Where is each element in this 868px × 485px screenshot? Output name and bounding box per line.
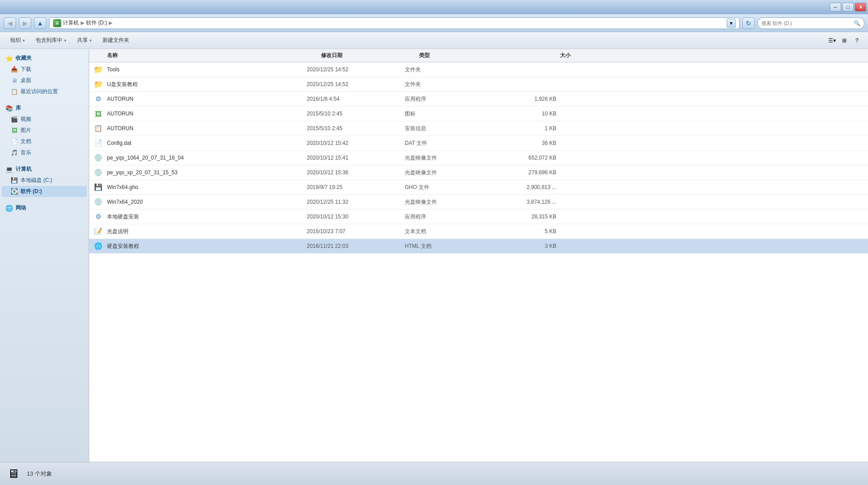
table-row[interactable]: 📝 光盘说明 2016/10/23 7:07 文本文档 5 KB [89,224,868,239]
table-row[interactable]: 💾 Win7x64.gho 2019/9/7 19:25 GHO 文件 2,90… [89,180,868,195]
sidebar-item-download-label: 下载 [21,66,31,73]
file-size: 1 KB [494,125,565,132]
computer-icon: 💻 [5,166,13,173]
file-area: 名称 修改日期 类型 大小 📁 Tools 2020/12/25 14:52 文… [89,49,868,462]
breadcrumb-drive[interactable]: 软件 (D:) [86,19,107,27]
file-name: 本地硬盘安装 [107,213,307,221]
sidebar-item-image[interactable]: 🖼 图片 [2,125,87,136]
path-sep-2: ▶ [109,20,112,26]
table-row[interactable]: 💿 pe_yqs_xp_20_07_31_15_53 2020/10/12 15… [89,165,868,180]
maximize-button[interactable]: □ [842,3,854,12]
statusbar-count: 13 个对象 [27,470,52,478]
network-icon: 🌐 [5,205,13,212]
file-icon: ⚙ [93,211,103,222]
sidebar-item-image-label: 图片 [21,127,31,134]
share-button[interactable]: 共享 ▾ [72,34,97,47]
col-header-type[interactable]: 类型 [419,52,508,59]
sidebar-item-doc[interactable]: 📄 文档 [2,136,87,147]
drive-c-icon: 💾 [11,177,18,184]
file-type: GHO 文件 [405,184,494,191]
desktop-icon: 🖥 [11,77,18,84]
file-name: 硬盘安装教程 [107,242,307,250]
titlebar: ─ □ ✕ [0,0,868,14]
file-type: 文本文档 [405,228,494,235]
table-row[interactable]: 📄 Config.dat 2020/10/12 15:42 DAT 文件 36 … [89,136,868,151]
sidebar-library-header[interactable]: 📚 库 [2,103,87,114]
file-icon: 📝 [93,226,103,237]
refresh-button[interactable]: ↻ [742,17,755,29]
file-size: 2,900,813 ... [494,184,565,190]
file-icon: 🖼 [93,108,103,119]
sidebar-item-desktop[interactable]: 🖥 桌面 [2,75,87,86]
sidebar-favorites-header[interactable]: ⭐ 收藏夹 [2,53,87,64]
minimize-button[interactable]: ─ [830,3,841,12]
path-sep-1: ▶ [81,20,84,26]
table-row[interactable]: 📁 U盘安装教程 2020/12/25 14:52 文件夹 [89,77,868,92]
table-row[interactable]: 💿 pe_yqs_1064_20_07_31_16_04 2020/10/12 … [89,151,868,165]
sidebar-item-drive-c[interactable]: 💾 本地磁盘 (C:) [2,175,87,186]
file-icon: 📋 [93,123,103,134]
table-row[interactable]: ⚙ AUTORUN 2016/1/8 4:54 应用程序 1,926 KB [89,92,868,107]
file-name: Tools [107,66,307,73]
file-date: 2020/12/25 14:52 [307,66,405,73]
up-button[interactable]: ▲ [34,17,46,29]
sidebar-item-music-label: 音乐 [21,149,31,156]
col-header-name[interactable]: 名称 [107,52,321,59]
library-label: 库 [16,104,21,112]
music-icon: 🎵 [11,149,18,156]
preview-pane-button[interactable]: ⊞ [839,35,850,46]
breadcrumb-computer[interactable]: 计算机 [63,19,79,27]
file-icon: 🌐 [93,241,103,251]
file-name: AUTORUN [107,125,307,132]
drive-d-icon: 💽 [11,188,18,195]
sidebar-item-music[interactable]: 🎵 音乐 [2,147,87,158]
file-name: Win7x64.gho [107,184,307,190]
file-name: pe_yqs_1064_20_07_31_16_04 [107,155,307,161]
computer-label: 计算机 [16,165,32,173]
sidebar-item-video-label: 视频 [21,115,31,123]
file-date: 2020/10/12 15:41 [307,155,405,161]
sidebar-item-doc-label: 文档 [21,138,31,145]
col-header-size[interactable]: 大小 [508,52,580,59]
sidebar-section-computer: 💻 计算机 💾 本地磁盘 (C:) 💽 软件 (D:) [2,164,87,197]
table-row[interactable]: ⚙ 本地硬盘安装 2020/10/12 15:30 应用程序 28,315 KB [89,210,868,224]
file-list-header: 名称 修改日期 类型 大小 [89,49,868,62]
organize-button[interactable]: 组织 ▾ [5,34,30,47]
download-icon: 📥 [11,66,18,73]
help-button[interactable]: ? [851,35,863,46]
col-header-date[interactable]: 修改日期 [321,52,419,59]
table-row[interactable]: 🌐 硬盘安装教程 2016/11/21 22:03 HTML 文档 3 KB [89,239,868,254]
table-row[interactable]: 📁 Tools 2020/12/25 14:52 文件夹 [89,62,868,77]
network-label: 网络 [16,204,26,212]
sidebar-section-network: 🌐 网络 [2,202,87,214]
sidebar-item-video[interactable]: 🎬 视频 [2,114,87,125]
close-button[interactable]: ✕ [855,3,866,12]
path-dropdown[interactable]: ▾ [727,19,736,28]
file-size: 10 KB [494,111,565,117]
new-folder-button[interactable]: 新建文件夹 [98,34,134,47]
file-name: AUTORUN [107,111,307,117]
sidebar-item-drive-d[interactable]: 💽 软件 (D:) [2,186,87,197]
sidebar-item-recent[interactable]: 📋 最近访问的位置 [2,86,87,97]
table-row[interactable]: 🖼 AUTORUN 2015/5/10 2:45 图标 10 KB [89,107,868,121]
include-library-button[interactable]: 包含到库中 ▾ [31,34,71,47]
view-buttons: ☰▾ ⊞ ? [826,35,863,46]
forward-button[interactable]: ▶ [19,17,31,29]
search-input[interactable] [761,21,852,26]
sidebar-item-drive-d-label: 软件 (D:) [21,188,42,195]
image-icon: 🖼 [11,127,18,134]
file-type: 应用程序 [405,213,494,221]
table-row[interactable]: 📋 AUTORUN 2015/5/10 2:45 安装信息 1 KB [89,121,868,136]
favorites-icon: ⭐ [5,55,13,62]
back-button[interactable]: ◀ [4,17,16,29]
file-name: pe_yqs_xp_20_07_31_15_53 [107,169,307,176]
file-icon: 💿 [93,152,103,163]
sidebar-computer-header[interactable]: 💻 计算机 [2,164,87,175]
view-toggle-button[interactable]: ☰▾ [826,35,838,46]
file-size: 279,696 KB [494,169,565,176]
table-row[interactable]: 💿 Win7x64_2020 2020/12/25 11:32 光盘映像文件 3… [89,195,868,210]
sidebar-network-header[interactable]: 🌐 网络 [2,202,87,214]
file-date: 2020/10/12 15:30 [307,214,405,220]
sidebar-item-download[interactable]: 📥 下载 [2,64,87,75]
sidebar-item-drive-c-label: 本地磁盘 (C:) [21,177,52,184]
